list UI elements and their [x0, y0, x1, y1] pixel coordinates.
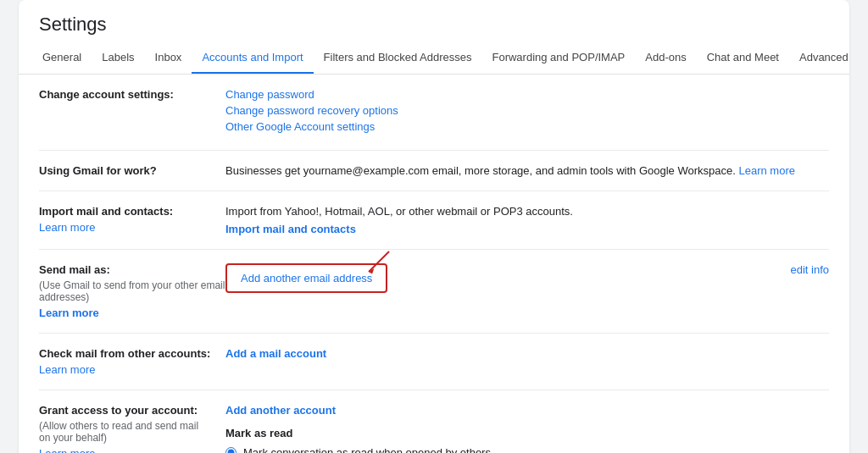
add-another-account-link[interactable]: Add another account: [225, 404, 336, 417]
add-mail-account-link[interactable]: Add a mail account: [225, 347, 326, 360]
check-mail-learn-more[interactable]: Learn more: [39, 363, 212, 376]
settings-title: Settings: [19, 0, 849, 42]
import-mail-learn-more[interactable]: Learn more: [39, 221, 212, 234]
import-mail-info: Import from Yahoo!, Hotmail, AOL, or oth…: [225, 205, 829, 218]
import-mail-label: Import mail and contacts: Learn more: [39, 205, 225, 234]
radio-mark-read-input[interactable]: [225, 447, 236, 453]
mark-as-read-group: Mark conversation as read when opened by…: [225, 446, 829, 453]
add-email-wrapper: Add another email address: [225, 263, 387, 293]
send-mail-label: Send mail as: (Use Gmail to send from yo…: [39, 263, 225, 319]
using-gmail-info: Businesses get yourname@example.com emai…: [225, 164, 795, 177]
import-mail-content: Import from Yahoo!, Hotmail, AOL, or oth…: [225, 205, 829, 235]
other-google-account-link[interactable]: Other Google Account settings: [225, 120, 829, 133]
section-import-mail: Import mail and contacts: Learn more Imp…: [39, 191, 829, 250]
using-gmail-learn-more[interactable]: Learn more: [738, 164, 794, 177]
section-check-mail: Check mail from other accounts: Learn mo…: [39, 334, 829, 390]
edit-info-link[interactable]: edit info: [770, 263, 829, 276]
grant-access-label: Grant access to your account: (Allow oth…: [39, 404, 225, 453]
add-another-email-button[interactable]: Add another email address: [225, 263, 387, 293]
tab-accounts-import[interactable]: Accounts and Import: [192, 42, 313, 75]
send-mail-content: Add another email address: [225, 263, 770, 293]
change-password-recovery-link[interactable]: Change password recovery options: [225, 104, 829, 117]
send-mail-learn-more[interactable]: Learn more: [39, 307, 225, 319]
section-using-gmail: Using Gmail for work? Businesses get you…: [39, 151, 829, 191]
settings-container: Settings General Labels Inbox Accounts a…: [19, 0, 849, 453]
tab-chat-meet[interactable]: Chat and Meet: [697, 42, 789, 75]
check-mail-label: Check mail from other accounts: Learn mo…: [39, 347, 225, 376]
check-mail-content: Add a mail account: [225, 347, 829, 360]
using-gmail-label: Using Gmail for work?: [39, 164, 225, 177]
tab-general[interactable]: General: [32, 42, 92, 75]
import-mail-action[interactable]: Import mail and contacts: [225, 223, 356, 235]
grant-access-content: Add another account Mark as read Mark co…: [225, 404, 829, 453]
content-area: Change account settings: Change password…: [19, 75, 849, 453]
grant-access-learn-more[interactable]: Learn more: [39, 447, 212, 453]
section-change-account: Change account settings: Change password…: [39, 75, 829, 151]
mark-as-read-label: Mark as read: [225, 427, 829, 439]
radio-mark-read[interactable]: Mark conversation as read when opened by…: [225, 446, 829, 453]
tab-forwarding[interactable]: Forwarding and POP/IMAP: [481, 42, 635, 75]
tab-addons[interactable]: Add-ons: [635, 42, 696, 75]
using-gmail-content: Businesses get yourname@example.com emai…: [225, 164, 829, 177]
tab-inbox[interactable]: Inbox: [145, 42, 192, 75]
tab-filters[interactable]: Filters and Blocked Addresses: [314, 42, 482, 75]
change-account-content: Change password Change password recovery…: [225, 88, 829, 136]
section-send-mail: Send mail as: (Use Gmail to send from yo…: [39, 250, 829, 334]
tabs-bar: General Labels Inbox Accounts and Import…: [19, 42, 849, 75]
change-account-label: Change account settings:: [39, 88, 225, 101]
change-password-link[interactable]: Change password: [225, 88, 829, 101]
grant-access-sub-label: (Allow others to read and send mail on y…: [39, 420, 212, 444]
tab-advanced[interactable]: Advanced: [789, 42, 849, 75]
tab-labels[interactable]: Labels: [92, 42, 144, 75]
section-grant-access: Grant access to your account: (Allow oth…: [39, 390, 829, 453]
send-mail-sub-label: (Use Gmail to send from your other email…: [39, 279, 225, 303]
